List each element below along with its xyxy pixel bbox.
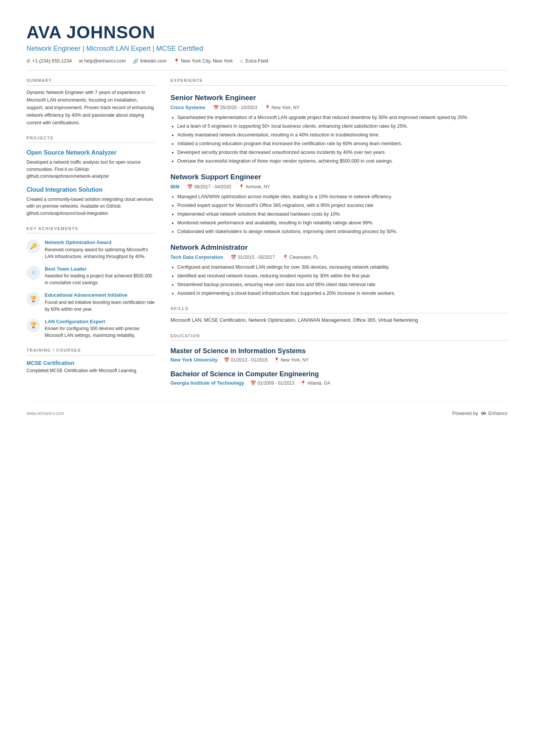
bullet-2-3: Assisted in implementing a cloud-based i… [177,290,507,297]
education-label: EDUCATION [170,333,507,341]
achievement-title-3: LAN Configuration Expert [45,318,155,326]
job-dates-1: 📅 06/2017 - 04/2020 [187,183,231,190]
achievement-icon-1: ☆ [27,266,40,280]
job-company-0: Cisco Systems [170,104,206,111]
brand-logo-icon: ∞ [481,408,486,418]
contact-phone: ✆ +1-(234)-555-1234 [27,58,72,65]
contact-email: ✉ help@enhancv.com [79,58,126,65]
brand-name: Enhancv [488,410,507,417]
achievement-icon-2: 🏆 [27,292,40,306]
achievements-label: KEY ACHIEVEMENTS [27,225,155,234]
job-bullets-1: Managed LAN/WAN optimization across mult… [170,193,507,235]
skills-label: SKILLS [170,305,507,314]
calendar-icon-2: 📅 [231,254,236,261]
job-title-1: Network Support Engineer [170,172,507,183]
achievement-desc-0: Received company award for optimizing Mi… [45,246,155,260]
job-location-1: 📍 Armonk, NY [239,183,270,190]
achievement-desc-1: Awarded for leading a project that achie… [45,272,155,286]
body-layout: SUMMARY Dynamic Network Engineer with 7 … [27,77,507,387]
powered-by-text: Powered by [452,410,478,417]
bullet-0-5: Oversaw the successful integration of th… [177,157,507,165]
bullet-0-2: Actively maintained network documentatio… [177,131,507,139]
bullet-0-1: Led a team of 5 engineers in supporting … [177,122,507,130]
pin-icon-1: 📍 [239,183,244,190]
job-meta-0: Cisco Systems 📅 05/2020 - 10/2023 📍 New … [170,104,507,111]
edu-school-1: Georgia Institute of Technology [170,379,244,387]
achievement-icon-0: 🔑 [27,239,40,253]
job-title-2: Network Administrator [170,242,507,253]
linkedin-icon: 🔗 [133,58,139,65]
job-bullets-2: Configured and maintained Microsoft LAN … [170,263,507,297]
edu-dates-1: 📅 01/2009 - 01/2013 [250,380,294,387]
edu-location-0: 📍 New York, NY [274,357,309,363]
bullet-1-1: Provided expert support for Microsoft's … [177,202,507,209]
calendar-icon-edu-1: 📅 [250,380,256,387]
contact-location: 📍 New York City, New York [173,58,233,65]
achievement-icon-3: 🏆 [27,319,40,332]
contact-extra: ☆ Extra Field [239,58,268,65]
achievement-desc-2: Found and led initiative boosting team c… [45,299,155,313]
footer-section: www.enhancv.com Powered by ∞ Enhancv [27,402,507,418]
job-location-0: 📍 New York, NY [265,104,300,111]
left-column: SUMMARY Dynamic Network Engineer with 7 … [27,77,155,387]
project-title-0: Open Source Network Analyzer [27,148,155,157]
footer-brand: Powered by ∞ Enhancv [452,408,507,418]
edu-degree-1: Bachelor of Science in Computer Engineer… [170,369,507,379]
job-company-1: IBM [170,183,180,191]
candidate-name: AVA JOHNSON [27,23,507,42]
edu-dates-0: 📅 01/2013 - 01/2015 [224,357,268,363]
achievement-0: 🔑 Network Optimization Award Received co… [27,239,155,260]
achievement-2: 🏆 Educational Advancement Initiative Fou… [27,291,155,313]
training-label: TRAINING / COURSES [27,347,155,355]
job-dates-2: 📅 01/2015 - 05/2017 [231,254,275,261]
achievement-title-1: Best Team Leader [45,265,155,273]
phone-icon: ✆ [27,58,31,65]
edu-degree-0: Master of Science in Information Systems [170,346,507,356]
edu-school-0: New York University [170,356,218,364]
pin-icon-2: 📍 [283,254,288,261]
projects-label: PROJECTS [27,135,155,143]
resume-page: AVA JOHNSON Network Engineer | Microsoft… [0,0,534,756]
bullet-2-0: Configured and maintained Microsoft LAN … [177,263,507,271]
bullet-2-1: Identified and resolved network issues, … [177,272,507,280]
bullet-1-3: Monitored network performance and availa… [177,219,507,227]
edu-meta-1: Georgia Institute of Technology 📅 01/200… [170,379,507,387]
edu-meta-0: New York University 📅 01/2013 - 01/2015 … [170,356,507,364]
calendar-icon-0: 📅 [213,104,219,111]
achievement-1: ☆ Best Team Leader Awarded for leading a… [27,265,155,286]
achievement-title-0: Network Optimization Award [45,239,155,246]
training-title-0: MCSE Certification [27,359,155,367]
experience-label: EXPERIENCE [170,77,507,86]
bullet-0-4: Developed security protocols that decrea… [177,149,507,156]
footer-website: www.enhancv.com [27,410,64,417]
job-meta-1: IBM 📅 06/2017 - 04/2020 📍 Armonk, NY [170,183,507,191]
project-desc-1: Created a community-based solution integ… [27,196,155,217]
summary-label: SUMMARY [27,77,155,86]
location-icon: 📍 [173,58,180,65]
right-column: EXPERIENCE Senior Network Engineer Cisco… [170,77,507,387]
bullet-0-0: Spearheaded the implementation of a Micr… [177,114,507,121]
bullet-2-2: Streamlined backup processes, ensuring n… [177,281,507,288]
contacts-row: ✆ +1-(234)-555-1234 ✉ help@enhancv.com 🔗… [27,58,507,65]
calendar-icon-edu-0: 📅 [224,357,230,363]
job-bullets-0: Spearheaded the implementation of a Micr… [170,114,507,165]
candidate-title: Network Engineer | Microsoft LAN Expert … [27,44,507,54]
pin-icon-0: 📍 [265,104,270,111]
pin-icon-edu-1: 📍 [300,380,306,387]
star-icon: ☆ [239,58,244,65]
bullet-0-3: Initiated a continuing education program… [177,140,507,147]
job-title-0: Senior Network Engineer [170,92,507,103]
achievement-title-2: Educational Advancement Initiative [45,291,155,299]
bullet-1-4: Collaborated with stakeholders to design… [177,228,507,235]
training-desc-0: Completed MCSE Certification with Micros… [27,367,155,374]
job-dates-0: 📅 05/2020 - 10/2023 [213,104,257,111]
pin-icon-edu-0: 📍 [274,357,279,363]
email-icon: ✉ [79,58,83,65]
bullet-1-0: Managed LAN/WAN optimization across mult… [177,193,507,200]
job-company-2: Tech Data Corporation [170,254,223,261]
skills-text: Microsoft LAN, MCSE Certification, Netwo… [170,316,507,324]
project-title-1: Cloud Integration Solution [27,185,155,194]
achievement-desc-3: Known for configuring 300 devices with p… [45,325,155,339]
job-location-2: 📍 Clearwater, FL [283,254,319,261]
achievement-3: 🏆 LAN Configuration Expert Known for con… [27,318,155,339]
